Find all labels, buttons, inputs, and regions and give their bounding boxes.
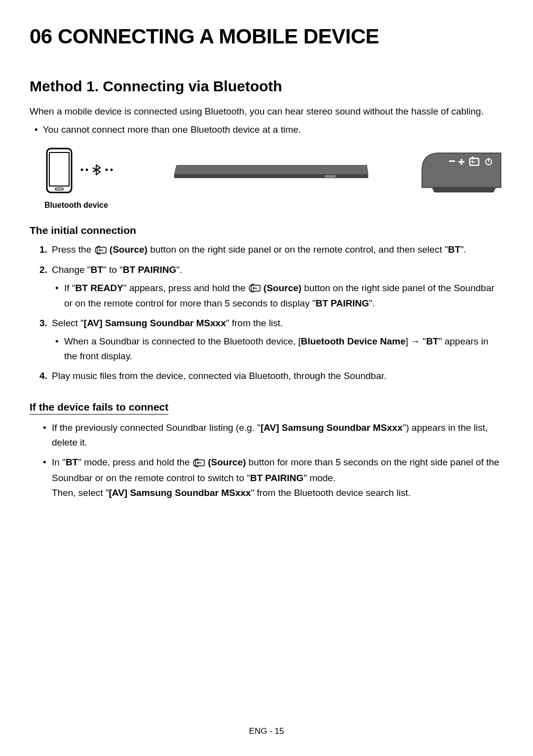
step-text: ". bbox=[460, 244, 466, 255]
step-text: Change " bbox=[52, 265, 91, 275]
bt-pairing-label: BT PAIRING bbox=[123, 265, 176, 275]
bt-ready-label: BT READY bbox=[76, 283, 123, 293]
svg-rect-2 bbox=[55, 188, 63, 190]
fail-item-1: If the previously connected Soundbar lis… bbox=[52, 420, 503, 451]
svg-point-6 bbox=[111, 169, 113, 171]
step-text: Play music files from the device, connec… bbox=[52, 371, 386, 381]
step-text: " from the list. bbox=[226, 318, 283, 328]
step-text: Select " bbox=[52, 318, 84, 328]
svg-rect-7 bbox=[174, 174, 368, 178]
step-text: ". bbox=[176, 265, 182, 275]
diagram-label: Bluetooth device bbox=[44, 201, 503, 210]
fails-heading: If the device fails to connect bbox=[30, 401, 503, 415]
step-text: " to " bbox=[103, 265, 123, 275]
sub-text: If " bbox=[64, 283, 76, 293]
source-icon bbox=[94, 243, 107, 258]
svg-point-3 bbox=[81, 169, 83, 171]
top-bullet-item: You cannot connect more than one Bluetoo… bbox=[44, 123, 503, 137]
bt-pairing-label: BT PAIRING bbox=[250, 473, 304, 483]
fail-text: In " bbox=[52, 457, 66, 467]
soundbar-icon bbox=[129, 160, 412, 182]
sub-text: " appears, press and hold the bbox=[123, 283, 248, 293]
step-number: 4. bbox=[39, 369, 47, 383]
step-text: Press the bbox=[52, 244, 94, 255]
source-label: (Source) bbox=[261, 283, 302, 293]
connection-diagram bbox=[44, 144, 503, 198]
fail-text: " mode. bbox=[304, 473, 336, 483]
bluetooth-signal-icon bbox=[78, 162, 117, 180]
method-title: Method 1. Connecting via Bluetooth bbox=[30, 78, 503, 95]
av-soundbar-label: [AV] Samsung Soundbar MSxxx bbox=[84, 318, 226, 328]
bt-label: BT bbox=[91, 265, 103, 275]
source-icon bbox=[192, 455, 205, 470]
sub-text: ". bbox=[369, 298, 375, 308]
sub-text: ] → " bbox=[406, 336, 426, 346]
bt-pairing-label: BT PAIRING bbox=[315, 298, 369, 308]
fail-text: " from the Bluetooth device search list. bbox=[251, 488, 411, 498]
step-4: 4. Play music files from the device, con… bbox=[39, 369, 503, 383]
step-2-sub: If "BT READY" appears, press and hold th… bbox=[64, 281, 503, 311]
page-footer: ENG - 15 bbox=[0, 726, 533, 736]
fail-item-2: In "BT" mode, press and hold the (Source… bbox=[52, 455, 503, 500]
step-text: button on the right side panel or on the… bbox=[148, 244, 448, 255]
bt-label: BT bbox=[426, 336, 438, 346]
step-3-sub: When a Soundbar is connected to the Blue… bbox=[64, 334, 503, 364]
chapter-title: 06 CONNECTING A MOBILE DEVICE bbox=[30, 25, 503, 48]
step-number: 2. bbox=[39, 263, 47, 277]
fail-text: Then, select " bbox=[52, 488, 109, 498]
step-number: 3. bbox=[39, 316, 47, 331]
bt-label: BT bbox=[66, 457, 78, 467]
step-3: 3. Select "[AV] Samsung Soundbar MSxxx" … bbox=[39, 316, 503, 364]
control-panel-icon bbox=[419, 146, 503, 197]
step-2: 2. Change "BT" to "BT PAIRING". If "BT R… bbox=[39, 263, 503, 311]
fails-heading-text: If the device fails to connect bbox=[30, 401, 168, 415]
bluetooth-device-name-label: Bluetooth Device Name bbox=[301, 336, 406, 346]
bt-label: BT bbox=[448, 244, 460, 255]
source-label: (Source) bbox=[205, 457, 246, 467]
intro-text: When a mobile device is connected using … bbox=[30, 105, 503, 119]
fail-text: If the previously connected Soundbar lis… bbox=[52, 422, 261, 433]
av-soundbar-label: [AV] Samsung Soundbar MSxxx bbox=[109, 488, 251, 498]
svg-rect-8 bbox=[325, 175, 336, 178]
phone-icon bbox=[44, 147, 74, 196]
svg-point-5 bbox=[106, 169, 108, 171]
initial-connection-heading: The initial connection bbox=[30, 225, 503, 236]
fail-text: " mode, press and hold the bbox=[78, 457, 192, 467]
av-soundbar-label: [AV] Samsung Soundbar MSxxx bbox=[261, 422, 403, 433]
svg-rect-9 bbox=[449, 160, 455, 162]
svg-point-4 bbox=[86, 169, 88, 171]
source-icon bbox=[248, 281, 261, 296]
sub-text: When a Soundbar is connected to the Blue… bbox=[64, 336, 301, 346]
source-label: (Source) bbox=[107, 244, 148, 255]
step-number: 1. bbox=[39, 242, 47, 257]
step-1: 1. Press the (Source) button on the righ… bbox=[39, 242, 503, 258]
svg-rect-1 bbox=[49, 152, 69, 186]
